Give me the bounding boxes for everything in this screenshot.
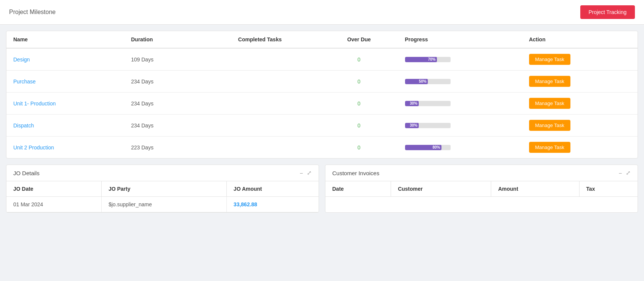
milestone-overdue: 0 bbox=[320, 48, 398, 71]
customer-invoices-title: Customer Invoices bbox=[332, 170, 379, 176]
ci-expand-icon[interactable]: ⤢ bbox=[626, 170, 631, 176]
milestone-row: Unit 2 Production223 Days080%Manage Task bbox=[6, 137, 638, 159]
milestone-overdue: 0 bbox=[320, 115, 398, 137]
ci-panel-actions: − ⤢ bbox=[619, 170, 631, 176]
milestone-progress: 30% bbox=[398, 93, 522, 115]
col-name: Name bbox=[6, 31, 124, 48]
milestone-progress: 80% bbox=[398, 137, 522, 159]
milestone-duration: 234 Days bbox=[124, 93, 200, 115]
col-duration: Duration bbox=[124, 31, 200, 48]
milestone-row: Design109 Days070%Manage Task bbox=[6, 48, 638, 71]
milestone-progress: 70% bbox=[398, 48, 522, 71]
customer-invoices-panel: Customer Invoices − ⤢ Date Customer Amou… bbox=[325, 165, 638, 213]
milestone-completed bbox=[200, 48, 320, 71]
jo-amount[interactable]: 33,862.88 bbox=[226, 197, 319, 212]
jo-details-title: JO Details bbox=[13, 170, 39, 176]
jo-table: JO Date JO Party JO Amount 01 Mar 2024$j… bbox=[6, 181, 319, 212]
customer-invoices-header: Customer Invoices − ⤢ bbox=[325, 165, 638, 181]
manage-task-button[interactable]: Manage Task bbox=[529, 98, 570, 109]
milestone-row: Unit 1- Production234 Days030%Manage Tas… bbox=[6, 93, 638, 115]
milestone-action: Manage Task bbox=[522, 71, 638, 93]
milestone-name[interactable]: Unit 1- Production bbox=[6, 93, 124, 115]
ci-col-customer: Customer bbox=[391, 181, 491, 197]
milestone-progress: 30% bbox=[398, 115, 522, 137]
jo-details-panel: JO Details − ⤢ JO Date JO Party JO Amoun… bbox=[6, 165, 319, 213]
milestone-progress: 50% bbox=[398, 71, 522, 93]
jo-col-party: JO Party bbox=[102, 181, 227, 197]
manage-task-button[interactable]: Manage Task bbox=[529, 120, 570, 131]
milestone-row: Dispatch234 Days030%Manage Task bbox=[6, 115, 638, 137]
jo-party: $jo.supplier_name bbox=[102, 197, 227, 212]
jo-col-date: JO Date bbox=[6, 181, 102, 197]
milestone-completed bbox=[200, 115, 320, 137]
milestone-action: Manage Task bbox=[522, 48, 638, 71]
milestone-overdue: 0 bbox=[320, 71, 398, 93]
milestone-name[interactable]: Unit 2 Production bbox=[6, 137, 124, 159]
milestone-name[interactable]: Design bbox=[6, 48, 124, 71]
bottom-panels: JO Details − ⤢ JO Date JO Party JO Amoun… bbox=[6, 165, 638, 213]
milestone-action: Manage Task bbox=[522, 93, 638, 115]
milestone-duration: 223 Days bbox=[124, 137, 200, 159]
ci-minimize-icon[interactable]: − bbox=[619, 170, 622, 176]
col-overdue: Over Due bbox=[320, 31, 398, 48]
jo-expand-icon[interactable]: ⤢ bbox=[307, 170, 312, 176]
col-action: Action bbox=[522, 31, 638, 48]
jo-panel-actions: − ⤢ bbox=[300, 170, 312, 176]
page-title: Project Milestone bbox=[9, 9, 56, 16]
manage-task-button[interactable]: Manage Task bbox=[529, 142, 570, 153]
manage-task-button[interactable]: Manage Task bbox=[529, 76, 570, 87]
milestone-completed bbox=[200, 137, 320, 159]
col-completed-tasks: Completed Tasks bbox=[200, 31, 320, 48]
jo-col-amount: JO Amount bbox=[226, 181, 319, 197]
jo-minimize-icon[interactable]: − bbox=[300, 170, 303, 176]
milestone-table: Name Duration Completed Tasks Over Due P… bbox=[6, 31, 638, 158]
milestone-overdue: 0 bbox=[320, 137, 398, 159]
ci-col-tax: Tax bbox=[579, 181, 638, 197]
milestone-section: Name Duration Completed Tasks Over Due P… bbox=[6, 31, 638, 159]
milestone-name[interactable]: Purchase bbox=[6, 71, 124, 93]
manage-task-button[interactable]: Manage Task bbox=[529, 54, 570, 65]
jo-details-header: JO Details − ⤢ bbox=[6, 165, 319, 181]
ci-col-amount: Amount bbox=[491, 181, 579, 197]
milestone-row: Purchase234 Days050%Manage Task bbox=[6, 71, 638, 93]
jo-date: 01 Mar 2024 bbox=[6, 197, 102, 212]
jo-row: 01 Mar 2024$jo.supplier_name33,862.88 bbox=[6, 197, 319, 212]
milestone-action: Manage Task bbox=[522, 115, 638, 137]
milestone-duration: 234 Days bbox=[124, 115, 200, 137]
top-bar: Project Milestone Project Tracking bbox=[0, 0, 644, 25]
milestone-completed bbox=[200, 93, 320, 115]
milestone-overdue: 0 bbox=[320, 93, 398, 115]
col-progress: Progress bbox=[398, 31, 522, 48]
milestone-action: Manage Task bbox=[522, 137, 638, 159]
milestone-duration: 234 Days bbox=[124, 71, 200, 93]
project-tracking-button[interactable]: Project Tracking bbox=[580, 5, 635, 19]
ci-table: Date Customer Amount Tax bbox=[325, 181, 638, 197]
milestone-name[interactable]: Dispatch bbox=[6, 115, 124, 137]
milestone-completed bbox=[200, 71, 320, 93]
ci-col-date: Date bbox=[325, 181, 391, 197]
milestone-duration: 109 Days bbox=[124, 48, 200, 71]
